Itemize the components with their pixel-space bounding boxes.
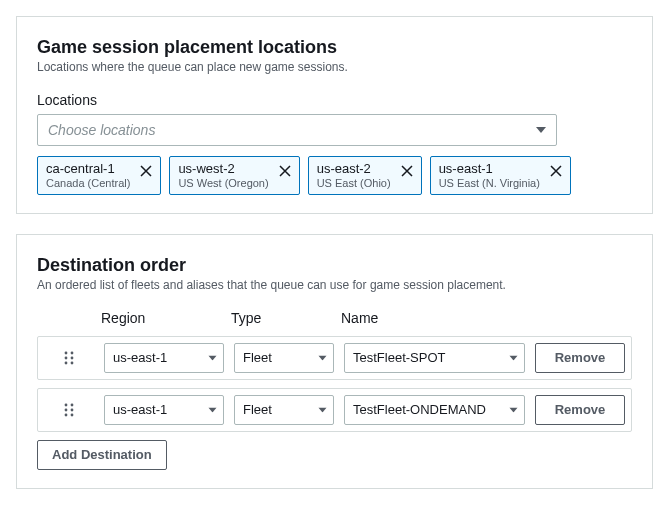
- close-icon[interactable]: [277, 163, 293, 179]
- name-select[interactable]: TestFleet-SPOT: [344, 343, 525, 373]
- locations-dropdown[interactable]: Choose locations: [37, 114, 557, 146]
- svg-point-5: [71, 361, 74, 364]
- placement-desc: Locations where the queue can place new …: [37, 60, 632, 74]
- tag-name: US West (Oregon): [178, 177, 268, 190]
- close-icon[interactable]: [548, 163, 564, 179]
- placement-locations-panel: Game session placement locations Locatio…: [16, 16, 653, 214]
- tag-code: ca-central-1: [46, 161, 130, 177]
- header-name: Name: [341, 310, 528, 326]
- svg-point-11: [71, 413, 74, 416]
- destination-table-header: Region Type Name: [37, 310, 632, 336]
- region-value: us-east-1: [113, 350, 167, 365]
- destination-row: us-east-1 Fleet TestFleet-ONDEMAND Remov…: [37, 388, 632, 432]
- svg-point-10: [65, 413, 68, 416]
- region-value: us-east-1: [113, 402, 167, 417]
- type-select[interactable]: Fleet: [234, 343, 334, 373]
- close-icon[interactable]: [138, 163, 154, 179]
- tag-code: us-east-2: [317, 161, 391, 177]
- type-value: Fleet: [243, 402, 272, 417]
- header-region: Region: [101, 310, 221, 326]
- type-select[interactable]: Fleet: [234, 395, 334, 425]
- chevron-down-icon: [318, 355, 327, 360]
- header-type: Type: [231, 310, 331, 326]
- tag-name: US East (N. Virginia): [439, 177, 540, 190]
- name-value: TestFleet-ONDEMAND: [353, 402, 486, 417]
- locations-placeholder: Choose locations: [48, 122, 155, 138]
- svg-point-8: [65, 408, 68, 411]
- destination-order-panel: Destination order An ordered list of fle…: [16, 234, 653, 489]
- svg-point-6: [65, 403, 68, 406]
- svg-point-3: [71, 356, 74, 359]
- destination-desc: An ordered list of fleets and aliases th…: [37, 278, 632, 292]
- svg-point-4: [65, 361, 68, 364]
- svg-point-1: [71, 351, 74, 354]
- tag-code: us-east-1: [439, 161, 540, 177]
- tag-name: US East (Ohio): [317, 177, 391, 190]
- name-select[interactable]: TestFleet-ONDEMAND: [344, 395, 525, 425]
- drag-handle-icon[interactable]: [44, 402, 94, 418]
- type-value: Fleet: [243, 350, 272, 365]
- region-select[interactable]: us-east-1: [104, 343, 224, 373]
- tag-code: us-west-2: [178, 161, 268, 177]
- location-tags: ca-central-1 Canada (Central) us-west-2 …: [37, 156, 632, 195]
- location-tag: us-east-1 US East (N. Virginia): [430, 156, 571, 195]
- add-destination-button[interactable]: Add Destination: [37, 440, 167, 470]
- name-value: TestFleet-SPOT: [353, 350, 445, 365]
- svg-point-2: [65, 356, 68, 359]
- svg-point-0: [65, 351, 68, 354]
- svg-point-9: [71, 408, 74, 411]
- placement-title: Game session placement locations: [37, 37, 632, 58]
- svg-point-7: [71, 403, 74, 406]
- region-select[interactable]: us-east-1: [104, 395, 224, 425]
- chevron-down-icon: [208, 355, 217, 360]
- chevron-down-icon: [509, 407, 518, 412]
- location-tag: us-east-2 US East (Ohio): [308, 156, 422, 195]
- location-tag: us-west-2 US West (Oregon): [169, 156, 299, 195]
- locations-label: Locations: [37, 92, 632, 108]
- chevron-down-icon: [536, 127, 546, 133]
- chevron-down-icon: [318, 407, 327, 412]
- remove-button[interactable]: Remove: [535, 395, 625, 425]
- tag-name: Canada (Central): [46, 177, 130, 190]
- remove-button[interactable]: Remove: [535, 343, 625, 373]
- chevron-down-icon: [208, 407, 217, 412]
- destination-title: Destination order: [37, 255, 632, 276]
- close-icon[interactable]: [399, 163, 415, 179]
- location-tag: ca-central-1 Canada (Central): [37, 156, 161, 195]
- chevron-down-icon: [509, 355, 518, 360]
- destination-row: us-east-1 Fleet TestFleet-SPOT Remove: [37, 336, 632, 380]
- drag-handle-icon[interactable]: [44, 350, 94, 366]
